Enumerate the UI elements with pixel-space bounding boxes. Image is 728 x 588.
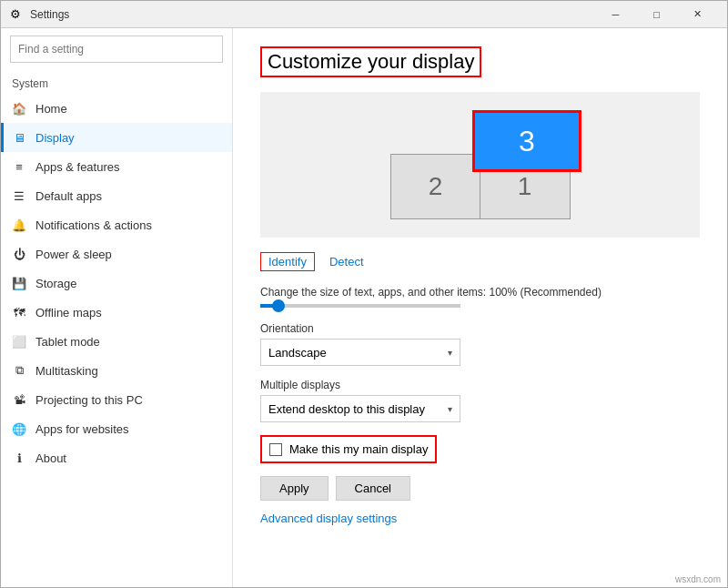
multitasking-icon: ⧉ <box>12 363 26 378</box>
orientation-value: Landscape <box>268 346 327 360</box>
scale-label: Change the size of text, apps, and other… <box>260 286 700 299</box>
power-icon: ⏻ <box>12 247 26 261</box>
notifications-icon: 🔔 <box>12 218 26 232</box>
display-preview: 3 2 1 <box>260 92 700 238</box>
sidebar-item-apps-websites[interactable]: 🌐 Apps for websites <box>1 414 232 443</box>
cancel-button[interactable]: Cancel <box>336 476 410 501</box>
monitor-2-label: 2 <box>429 172 443 201</box>
scale-slider-track <box>260 304 460 308</box>
projecting-icon: 📽 <box>12 392 26 407</box>
make-main-row[interactable]: Make this my main display <box>260 435 437 463</box>
websites-icon: 🌐 <box>12 421 26 436</box>
sidebar-label-power: Power & sleep <box>35 248 112 261</box>
chevron-down-icon: ▾ <box>448 348 452 358</box>
window-controls: ─ □ ✕ <box>595 1 718 28</box>
main-content: System 🏠 Home 🖥 Display ≡ Apps & feature… <box>1 28 727 587</box>
settings-window: ⚙ Settings ─ □ ✕ System 🏠 Home 🖥 Display… <box>0 0 728 588</box>
sidebar-label-tablet: Tablet mode <box>35 335 100 349</box>
monitor-1-label: 1 <box>518 172 532 201</box>
sidebar-item-tablet-mode[interactable]: ⬜ Tablet mode <box>1 327 232 356</box>
sidebar-label-apps-features: Apps & features <box>35 160 120 174</box>
make-main-label: Make this my main display <box>289 442 428 456</box>
maximize-button[interactable]: □ <box>636 1 677 28</box>
monitor-2[interactable]: 2 <box>390 154 481 219</box>
apps-features-icon: ≡ <box>12 159 26 174</box>
chevron-down-icon-2: ▾ <box>448 404 452 414</box>
about-icon: ℹ <box>12 451 26 465</box>
page-title: Customize your display <box>260 46 481 77</box>
titlebar-title: Settings <box>30 8 595 21</box>
orientation-group: Orientation Landscape ▾ <box>260 322 700 366</box>
sidebar-item-power-sleep[interactable]: ⏻ Power & sleep <box>1 239 232 269</box>
settings-main: Customize your display 3 2 1 Identify De… <box>233 28 727 587</box>
monitor-3-label: 3 <box>519 125 535 158</box>
scale-container: Change the size of text, apps, and other… <box>260 286 700 308</box>
detect-link[interactable]: Detect <box>329 255 364 269</box>
system-label: System <box>1 70 232 94</box>
advanced-display-link[interactable]: Advanced display settings <box>260 512 397 525</box>
multiple-displays-group: Multiple displays Extend desktop to this… <box>260 379 700 422</box>
sidebar-label-maps: Offline maps <box>35 306 102 319</box>
action-buttons: Apply Cancel <box>260 476 700 501</box>
sidebar-item-multitasking[interactable]: ⧉ Multitasking <box>1 356 232 385</box>
sidebar-item-projecting[interactable]: 📽 Projecting to this PC <box>1 385 232 414</box>
sidebar-label-notifications: Notifications & actions <box>35 218 152 232</box>
multiple-displays-dropdown[interactable]: Extend desktop to this display ▾ <box>260 395 460 422</box>
settings-icon: ⚙ <box>10 7 25 22</box>
sidebar-label-websites: Apps for websites <box>35 422 129 436</box>
sidebar-label-storage: Storage <box>35 277 77 290</box>
multiple-displays-label: Multiple displays <box>260 379 700 391</box>
sidebar-label-home: Home <box>35 102 67 116</box>
sidebar-item-default-apps[interactable]: ☰ Default apps <box>1 181 232 210</box>
sidebar-label-multitasking: Multitasking <box>35 364 98 378</box>
storage-icon: 💾 <box>12 276 26 290</box>
sidebar-label-about: About <box>35 451 66 465</box>
sidebar-item-storage[interactable]: 💾 Storage <box>1 269 232 298</box>
sidebar-item-apps-features[interactable]: ≡ Apps & features <box>1 152 232 181</box>
sidebar-label-default-apps: Default apps <box>35 189 102 203</box>
sidebar-item-offline-maps[interactable]: 🗺 Offline maps <box>1 298 232 327</box>
maps-icon: 🗺 <box>12 305 26 319</box>
home-icon: 🏠 <box>12 101 26 116</box>
identify-button[interactable]: Identify <box>260 252 315 271</box>
sidebar-item-about[interactable]: ℹ About <box>1 443 232 472</box>
monitor-3[interactable]: 3 <box>472 110 581 172</box>
search-input[interactable] <box>10 35 223 63</box>
sidebar-item-home[interactable]: 🏠 Home <box>1 94 232 123</box>
display-icon: 🖥 <box>12 130 26 145</box>
orientation-label: Orientation <box>260 322 700 335</box>
search-container <box>1 28 232 70</box>
sidebar-item-display[interactable]: 🖥 Display <box>1 123 232 152</box>
sidebar-label-display: Display <box>35 131 75 145</box>
minimize-button[interactable]: ─ <box>595 1 636 28</box>
identify-detect-row: Identify Detect <box>260 252 700 271</box>
tablet-icon: ⬜ <box>12 334 26 349</box>
sidebar-item-notifications[interactable]: 🔔 Notifications & actions <box>1 210 232 239</box>
multiple-displays-value: Extend desktop to this display <box>268 402 425 416</box>
sidebar: System 🏠 Home 🖥 Display ≡ Apps & feature… <box>1 28 233 587</box>
watermark: wsxdn.com <box>675 574 721 584</box>
scale-slider-thumb[interactable] <box>272 299 285 312</box>
make-main-checkbox[interactable] <box>269 443 282 456</box>
close-button[interactable]: ✕ <box>677 1 718 28</box>
sidebar-label-projecting: Projecting to this PC <box>35 393 143 407</box>
titlebar: ⚙ Settings ─ □ ✕ <box>1 1 727 28</box>
default-apps-icon: ☰ <box>12 188 26 203</box>
apply-button[interactable]: Apply <box>260 476 329 501</box>
orientation-dropdown[interactable]: Landscape ▾ <box>260 339 460 366</box>
